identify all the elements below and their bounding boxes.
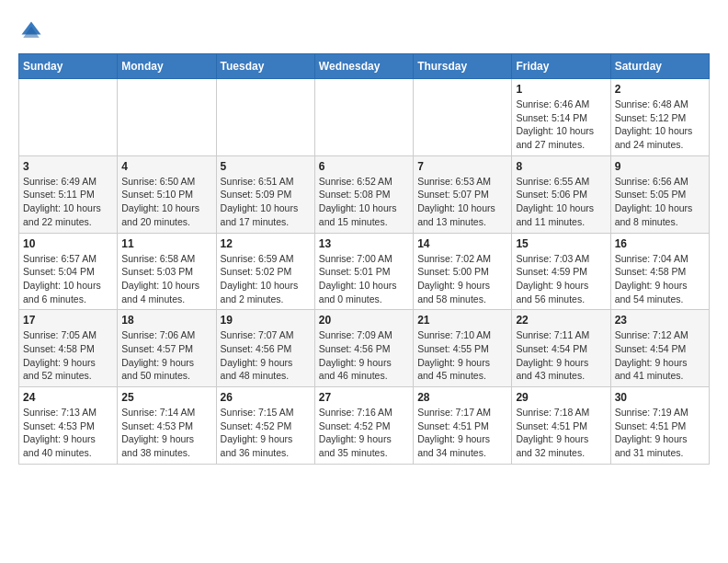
day-info: Sunrise: 6:53 AMSunset: 5:07 PMDaylight:… bbox=[417, 175, 507, 229]
calendar-cell: 7Sunrise: 6:53 AMSunset: 5:07 PMDaylight… bbox=[414, 155, 512, 233]
day-info: Sunrise: 6:50 AMSunset: 5:10 PMDaylight:… bbox=[121, 175, 211, 229]
calendar-week-2: 3Sunrise: 6:49 AMSunset: 5:11 PMDaylight… bbox=[19, 155, 710, 233]
day-info: Sunrise: 7:11 AMSunset: 4:54 PMDaylight:… bbox=[516, 328, 606, 383]
calendar-week-5: 24Sunrise: 7:13 AMSunset: 4:53 PMDayligh… bbox=[19, 387, 710, 465]
day-header-wednesday: Wednesday bbox=[314, 54, 413, 79]
day-number: 22 bbox=[516, 314, 606, 327]
day-number: 5 bbox=[221, 160, 311, 173]
calendar-cell: 6Sunrise: 6:52 AMSunset: 5:08 PMDaylight… bbox=[314, 155, 413, 233]
calendar-cell: 9Sunrise: 6:56 AMSunset: 5:05 PMDaylight… bbox=[610, 155, 709, 233]
day-info: Sunrise: 7:13 AMSunset: 4:53 PMDaylight:… bbox=[23, 406, 113, 460]
calendar-cell bbox=[314, 79, 413, 156]
calendar-cell: 19Sunrise: 7:07 AMSunset: 4:56 PMDayligh… bbox=[216, 310, 314, 387]
calendar-cell: 20Sunrise: 7:09 AMSunset: 4:56 PMDayligh… bbox=[314, 310, 413, 387]
calendar-week-4: 17Sunrise: 7:05 AMSunset: 4:58 PMDayligh… bbox=[19, 310, 710, 387]
calendar-cell: 10Sunrise: 6:57 AMSunset: 5:04 PMDayligh… bbox=[19, 233, 118, 310]
day-info: Sunrise: 7:12 AMSunset: 4:54 PMDaylight:… bbox=[615, 328, 705, 383]
calendar-cell: 8Sunrise: 6:55 AMSunset: 5:06 PMDaylight… bbox=[512, 155, 610, 233]
calendar-cell: 14Sunrise: 7:02 AMSunset: 5:00 PMDayligh… bbox=[414, 233, 512, 310]
day-number: 10 bbox=[23, 237, 113, 250]
day-header-monday: Monday bbox=[118, 54, 216, 79]
calendar-cell: 4Sunrise: 6:50 AMSunset: 5:10 PMDaylight… bbox=[118, 155, 216, 233]
day-info: Sunrise: 7:05 AMSunset: 4:58 PMDaylight:… bbox=[23, 328, 113, 383]
calendar-cell: 23Sunrise: 7:12 AMSunset: 4:54 PMDayligh… bbox=[610, 310, 709, 387]
calendar-cell bbox=[216, 79, 314, 156]
day-info: Sunrise: 7:16 AMSunset: 4:52 PMDaylight:… bbox=[319, 406, 409, 460]
day-number: 7 bbox=[417, 160, 507, 173]
day-info: Sunrise: 7:18 AMSunset: 4:51 PMDaylight:… bbox=[516, 406, 606, 460]
calendar-cell: 1Sunrise: 6:46 AMSunset: 5:14 PMDaylight… bbox=[512, 79, 610, 156]
day-info: Sunrise: 6:57 AMSunset: 5:04 PMDaylight:… bbox=[23, 252, 113, 306]
calendar-cell: 16Sunrise: 7:04 AMSunset: 4:58 PMDayligh… bbox=[610, 233, 709, 310]
day-number: 14 bbox=[417, 237, 507, 250]
day-info: Sunrise: 7:04 AMSunset: 4:58 PMDaylight:… bbox=[615, 252, 705, 306]
calendar-cell: 11Sunrise: 6:58 AMSunset: 5:03 PMDayligh… bbox=[118, 233, 216, 310]
day-info: Sunrise: 6:56 AMSunset: 5:05 PMDaylight:… bbox=[615, 175, 705, 229]
day-number: 3 bbox=[23, 160, 113, 173]
day-number: 30 bbox=[615, 391, 705, 404]
day-number: 29 bbox=[516, 391, 606, 404]
day-info: Sunrise: 7:14 AMSunset: 4:53 PMDaylight:… bbox=[121, 406, 211, 460]
day-header-saturday: Saturday bbox=[610, 54, 709, 79]
calendar-cell: 18Sunrise: 7:06 AMSunset: 4:57 PMDayligh… bbox=[118, 310, 216, 387]
day-info: Sunrise: 7:03 AMSunset: 4:59 PMDaylight:… bbox=[516, 252, 606, 306]
day-number: 21 bbox=[417, 314, 507, 327]
logo bbox=[18, 18, 48, 44]
page-header bbox=[18, 18, 710, 44]
calendar-cell: 25Sunrise: 7:14 AMSunset: 4:53 PMDayligh… bbox=[118, 387, 216, 465]
day-number: 27 bbox=[319, 391, 409, 404]
day-number: 12 bbox=[221, 237, 311, 250]
day-info: Sunrise: 7:06 AMSunset: 4:57 PMDaylight:… bbox=[121, 328, 211, 383]
calendar-table: SundayMondayTuesdayWednesdayThursdayFrid… bbox=[18, 53, 710, 465]
day-number: 1 bbox=[516, 83, 606, 96]
day-info: Sunrise: 6:49 AMSunset: 5:11 PMDaylight:… bbox=[23, 175, 113, 229]
calendar-cell: 21Sunrise: 7:10 AMSunset: 4:55 PMDayligh… bbox=[414, 310, 512, 387]
logo-icon bbox=[18, 18, 44, 44]
calendar-cell: 13Sunrise: 7:00 AMSunset: 5:01 PMDayligh… bbox=[314, 233, 413, 310]
day-info: Sunrise: 6:51 AMSunset: 5:09 PMDaylight:… bbox=[221, 175, 311, 229]
calendar-cell bbox=[19, 79, 118, 156]
calendar-cell bbox=[414, 79, 512, 156]
calendar-cell: 27Sunrise: 7:16 AMSunset: 4:52 PMDayligh… bbox=[314, 387, 413, 465]
day-info: Sunrise: 6:46 AMSunset: 5:14 PMDaylight:… bbox=[516, 98, 606, 152]
day-info: Sunrise: 7:17 AMSunset: 4:51 PMDaylight:… bbox=[417, 406, 507, 460]
day-number: 17 bbox=[23, 314, 113, 327]
day-number: 16 bbox=[615, 237, 705, 250]
calendar-cell: 29Sunrise: 7:18 AMSunset: 4:51 PMDayligh… bbox=[512, 387, 610, 465]
day-header-sunday: Sunday bbox=[19, 54, 118, 79]
day-info: Sunrise: 7:19 AMSunset: 4:51 PMDaylight:… bbox=[615, 406, 705, 460]
day-number: 13 bbox=[319, 237, 409, 250]
day-info: Sunrise: 7:07 AMSunset: 4:56 PMDaylight:… bbox=[221, 328, 311, 383]
calendar-cell: 28Sunrise: 7:17 AMSunset: 4:51 PMDayligh… bbox=[414, 387, 512, 465]
day-number: 8 bbox=[516, 160, 606, 173]
day-number: 2 bbox=[615, 83, 705, 96]
day-info: Sunrise: 6:58 AMSunset: 5:03 PMDaylight:… bbox=[121, 252, 211, 306]
day-info: Sunrise: 6:48 AMSunset: 5:12 PMDaylight:… bbox=[615, 98, 705, 152]
calendar-cell: 26Sunrise: 7:15 AMSunset: 4:52 PMDayligh… bbox=[216, 387, 314, 465]
day-number: 11 bbox=[121, 237, 211, 250]
day-number: 4 bbox=[121, 160, 211, 173]
day-info: Sunrise: 7:00 AMSunset: 5:01 PMDaylight:… bbox=[319, 252, 409, 306]
day-number: 23 bbox=[615, 314, 705, 327]
calendar-cell: 24Sunrise: 7:13 AMSunset: 4:53 PMDayligh… bbox=[19, 387, 118, 465]
calendar-cell: 5Sunrise: 6:51 AMSunset: 5:09 PMDaylight… bbox=[216, 155, 314, 233]
day-number: 25 bbox=[121, 391, 211, 404]
day-number: 6 bbox=[319, 160, 409, 173]
day-number: 19 bbox=[221, 314, 311, 327]
day-number: 20 bbox=[319, 314, 409, 327]
day-info: Sunrise: 7:10 AMSunset: 4:55 PMDaylight:… bbox=[417, 328, 507, 383]
calendar-cell bbox=[118, 79, 216, 156]
day-info: Sunrise: 6:52 AMSunset: 5:08 PMDaylight:… bbox=[319, 175, 409, 229]
day-number: 24 bbox=[23, 391, 113, 404]
day-header-friday: Friday bbox=[512, 54, 610, 79]
calendar-header-row: SundayMondayTuesdayWednesdayThursdayFrid… bbox=[19, 54, 710, 79]
calendar-cell: 3Sunrise: 6:49 AMSunset: 5:11 PMDaylight… bbox=[19, 155, 118, 233]
calendar-cell: 15Sunrise: 7:03 AMSunset: 4:59 PMDayligh… bbox=[512, 233, 610, 310]
calendar-cell: 30Sunrise: 7:19 AMSunset: 4:51 PMDayligh… bbox=[610, 387, 709, 465]
day-number: 18 bbox=[121, 314, 211, 327]
calendar-week-3: 10Sunrise: 6:57 AMSunset: 5:04 PMDayligh… bbox=[19, 233, 710, 310]
day-info: Sunrise: 7:02 AMSunset: 5:00 PMDaylight:… bbox=[417, 252, 507, 306]
day-number: 26 bbox=[221, 391, 311, 404]
day-number: 28 bbox=[417, 391, 507, 404]
day-header-tuesday: Tuesday bbox=[216, 54, 314, 79]
